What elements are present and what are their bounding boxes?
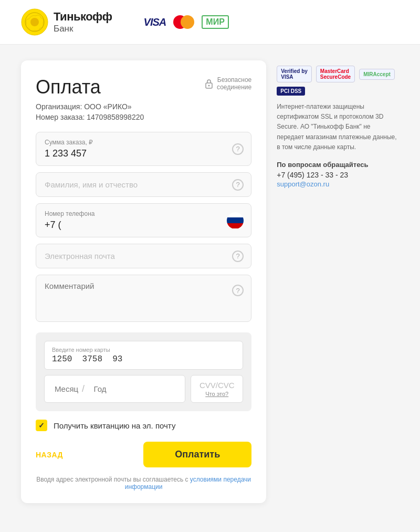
form-card: Оплата Безопасное соединение Организация… xyxy=(21,60,266,503)
page-title: Оплата xyxy=(36,76,101,98)
card-number-label: Введите номер карты xyxy=(52,347,235,353)
pay-button[interactable]: Оплатить xyxy=(143,442,251,467)
checkmark-icon: ✓ xyxy=(38,421,45,430)
main-container: Оплата Безопасное соединение Организация… xyxy=(0,45,420,519)
name-help-icon[interactable]: ? xyxy=(232,179,244,191)
name-input[interactable] xyxy=(45,179,227,190)
action-row: НАЗАД Оплатить xyxy=(36,442,251,467)
payment-logos: VISA МИР xyxy=(144,15,229,29)
comment-field: ? xyxy=(36,275,251,322)
logo-area: Тинькофф Банк xyxy=(21,8,112,36)
receipt-row: ✓ Получить квитанцию на эл. почту xyxy=(36,420,251,431)
receipt-checkbox[interactable]: ✓ xyxy=(36,420,47,431)
card-number-input[interactable] xyxy=(52,354,235,364)
email-help-icon[interactable]: ? xyxy=(232,251,244,262)
amount-label: Сумма заказа, ₽ xyxy=(45,139,243,146)
cvv-field: CVV/CVC Что это? xyxy=(191,375,243,403)
mir-accept-text: MIRAccept xyxy=(363,71,391,77)
cvv-help-link[interactable]: Что это? xyxy=(198,391,235,397)
back-button[interactable]: НАЗАД xyxy=(36,451,63,459)
phone-label: Номер телефона xyxy=(45,210,243,217)
tinkoff-emblem-icon xyxy=(21,8,48,36)
security-text: Интернет-платежи защищены сертификатом S… xyxy=(277,102,399,152)
phone-field: Номер телефона xyxy=(36,203,251,237)
order-info: Номер заказа: 14709858998220 xyxy=(36,113,251,121)
secure-text: Безопасное соединение xyxy=(217,76,251,91)
brand-name: Тинькофф xyxy=(54,10,112,24)
receipt-label: Получить квитанцию на эл. почту xyxy=(54,421,175,430)
name-field: ? xyxy=(36,172,251,197)
title-row: Оплата Безопасное соединение xyxy=(36,76,251,98)
pci-dss-badge: PCI DSS xyxy=(277,87,305,96)
verified-by-text: Verified by xyxy=(281,68,308,74)
terms-row: Вводя адрес электронной почты вы соглаша… xyxy=(36,476,251,491)
brand-sub: Банк xyxy=(54,24,112,34)
visa-text: VISA xyxy=(281,74,293,80)
mastercard-logo-icon xyxy=(173,15,194,29)
lock-icon xyxy=(204,78,214,89)
russia-flag-icon xyxy=(227,212,244,229)
mir-accept-badge: MIRAccept xyxy=(359,69,395,80)
comment-help-icon[interactable]: ? xyxy=(232,285,244,296)
expiry-field: / xyxy=(44,375,185,403)
contact-section: По вопросам обращайтесь +7 (495) 123 - 3… xyxy=(277,161,399,188)
phone-input[interactable] xyxy=(45,220,216,231)
mc-text: MasterCard xyxy=(320,68,349,74)
mc-securecode-badge: MasterCard SecureCode xyxy=(316,66,355,82)
terms-text: Вводя адрес электронной почты вы соглаша… xyxy=(36,476,190,483)
svg-point-2 xyxy=(30,18,39,26)
card-bottom-row: / CVV/CVC Что это? xyxy=(44,375,243,403)
header: Тинькофф Банк VISA МИР xyxy=(0,0,420,45)
secure-badge: Безопасное соединение xyxy=(204,76,251,91)
email-input[interactable] xyxy=(45,251,227,262)
verified-visa-badge: Verified by VISA xyxy=(277,66,312,82)
email-field: ? xyxy=(36,244,251,268)
contact-phone: +7 (495) 123 - 33 - 23 xyxy=(277,171,399,179)
svg-point-4 xyxy=(208,85,210,87)
month-input[interactable] xyxy=(52,384,81,393)
amount-input[interactable] xyxy=(45,148,227,159)
card-number-field: Введите номер карты xyxy=(44,341,243,370)
mir-logo-icon: МИР xyxy=(202,15,229,29)
logo-text: Тинькофф Банк xyxy=(54,10,112,35)
amount-help-icon[interactable]: ? xyxy=(232,143,244,155)
year-input[interactable] xyxy=(86,384,114,393)
visa-logo-icon: VISA xyxy=(144,16,166,28)
card-section: Введите номер карты / CVV/CVC Что это? xyxy=(36,332,251,411)
contact-title: По вопросам обращайтесь xyxy=(277,161,399,169)
amount-field: Сумма заказа, ₽ ? xyxy=(36,132,251,166)
cvv-label: CVV/CVC xyxy=(198,381,235,390)
contact-email[interactable]: support@ozon.ru xyxy=(277,180,399,188)
securecode-text: SecureCode xyxy=(320,74,351,80)
expiry-separator: / xyxy=(82,383,85,394)
org-info: Организация: ООО «РИКО» xyxy=(36,102,251,111)
comment-input[interactable] xyxy=(45,281,227,313)
side-panel: Verified by VISA MasterCard SecureCode M… xyxy=(277,60,399,503)
security-logos: Verified by VISA MasterCard SecureCode M… xyxy=(277,66,399,96)
